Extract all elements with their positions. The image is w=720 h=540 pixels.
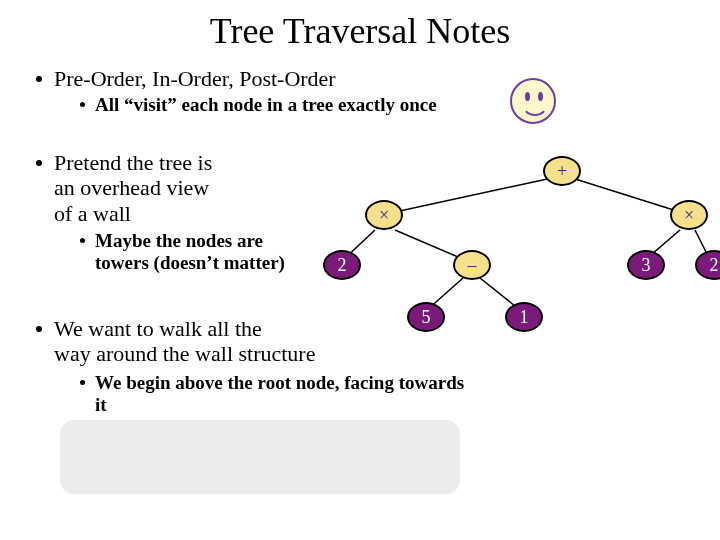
bullet-text: Maybe the nodes are (95, 230, 263, 251)
bullet-dot (36, 326, 42, 332)
bullet-text: of a wall (54, 201, 131, 226)
bullet-text: Pretend the tree is (54, 150, 212, 175)
page-title: Tree Traversal Notes (0, 10, 720, 52)
bullet-all-visit: All “visit” each node in a tree exactly … (80, 94, 437, 116)
expression-tree: + × × 2 – 5 1 3 2 (315, 150, 715, 370)
bullet-text: Pre-Order, In-Order, Post-Order (54, 66, 336, 91)
bullet-text: an overhead view (54, 175, 209, 200)
bullet-text: All “visit” each node in a tree exactly … (95, 94, 437, 115)
placeholder-box (60, 420, 460, 494)
bullet-text: way around the wall structure (54, 341, 315, 366)
bullet-dot (80, 102, 85, 107)
bullet-dot (36, 76, 42, 82)
slide: Tree Traversal Notes Pre-Order, In-Order… (0, 0, 720, 540)
smiley-icon (510, 78, 556, 124)
tree-node-times-right: × (670, 200, 708, 230)
bullet-text: it (95, 394, 107, 415)
bullet-dot (36, 160, 42, 166)
bullet-dot (80, 238, 85, 243)
svg-line-0 (395, 178, 552, 212)
bullet-pre-in-post: Pre-Order, In-Order, Post-Order (36, 66, 336, 92)
tree-node-1: 1 (505, 302, 543, 332)
bullet-text: We begin above the root node, facing tow… (95, 372, 464, 393)
bullet-dot (80, 380, 85, 385)
bullet-maybe-towers: Maybe the nodes are towers (doesn’t matt… (80, 230, 330, 274)
bullet-pretend-wall: Pretend the tree is an overhead view of … (36, 150, 316, 226)
svg-line-1 (572, 178, 680, 212)
svg-line-3 (395, 230, 465, 260)
tree-node-3: 3 (627, 250, 665, 280)
bullet-text: We want to walk all the (54, 316, 262, 341)
tree-node-5: 5 (407, 302, 445, 332)
bullet-begin-above-root: We begin above the root node, facing tow… (80, 372, 500, 416)
tree-node-times-left: × (365, 200, 403, 230)
tree-node-2a: 2 (323, 250, 361, 280)
bullet-text: towers (doesn’t matter) (95, 252, 285, 273)
tree-node-root-plus: + (543, 156, 581, 186)
tree-node-minus: – (453, 250, 491, 280)
